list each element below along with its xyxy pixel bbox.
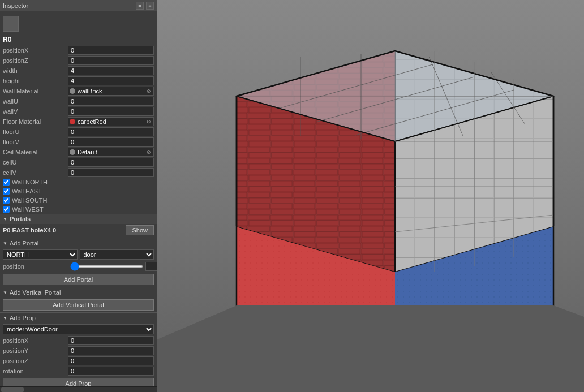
prop-height: height: [0, 76, 157, 86]
ceilU-input[interactable]: [68, 158, 154, 167]
add-prop-button[interactable]: Add Prop: [3, 378, 154, 386]
prop-wallU: wallU: [0, 96, 157, 106]
positionX-input[interactable]: [68, 46, 154, 55]
wall-east-label: Wall EAST: [12, 188, 42, 195]
floor-material-field: carpetRed ⊙: [68, 117, 154, 126]
menu-icon[interactable]: ≡: [146, 2, 154, 10]
prop-floor-material: Floor Material carpetRed ⊙: [0, 117, 157, 127]
height-input[interactable]: [68, 76, 154, 85]
floor-material-label: Floor Material: [3, 118, 68, 125]
prop-positionZ-label: positionZ: [3, 357, 68, 364]
prop-positionZ-input[interactable]: [68, 356, 154, 365]
floorV-input[interactable]: [68, 137, 154, 147]
checkbox-wall-south[interactable]: Wall SOUTH: [3, 197, 48, 204]
wall-material-label: Wall Material: [3, 88, 68, 94]
portal-name: P0 EAST holeX4 0: [3, 227, 56, 234]
ceilV-input[interactable]: [68, 168, 154, 177]
prop-positionY-input[interactable]: [68, 346, 154, 355]
prop-positionZ: positionZ: [0, 55, 157, 66]
prop-rotation-row: rotation: [0, 366, 157, 376]
room-viewport-svg: [157, 0, 584, 392]
object-name: R0: [0, 34, 157, 45]
prop-positionX-input[interactable]: [68, 336, 154, 345]
wall-material-name: wallBrick: [78, 88, 145, 94]
wall-material-select-icon[interactable]: ⊙: [145, 88, 152, 94]
height-label: height: [3, 77, 68, 84]
inspector-titlebar: Inspector ■ ≡: [0, 0, 157, 11]
prop-wall-material: Wall Material wallBrick ⊙: [0, 86, 157, 96]
portals-section-header[interactable]: ▼ Portals: [0, 214, 157, 224]
prop-floorU: floorU: [0, 127, 157, 137]
checkbox-wall-west[interactable]: Wall WEST: [3, 206, 44, 213]
floorU-input[interactable]: [68, 127, 154, 136]
lock-icon[interactable]: ■: [136, 2, 144, 10]
prop-floorV: floorV: [0, 137, 157, 147]
portal-direction-select[interactable]: NORTH SOUTH EAST WEST: [3, 249, 78, 260]
portal-position-value[interactable]: [145, 262, 157, 271]
wallU-input[interactable]: [68, 97, 154, 106]
prop-type-select[interactable]: modernWoodDoor chair table: [3, 324, 154, 334]
add-prop-triangle-icon: ▼: [3, 316, 7, 321]
wall-north-label: Wall NORTH: [12, 179, 48, 186]
width-input[interactable]: [68, 66, 154, 75]
floor-material-name: carpetRed: [78, 118, 145, 125]
add-prop-label: Add Prop: [10, 315, 36, 321]
inspector-title: Inspector: [3, 2, 28, 9]
wallV-input[interactable]: [68, 107, 154, 116]
positionZ-label: positionZ: [3, 57, 68, 64]
viewport[interactable]: [157, 0, 584, 392]
wall-west-label: Wall WEST: [12, 206, 44, 213]
prop-select-row: modernWoodDoor chair table: [0, 323, 157, 335]
add-vertical-portal-button[interactable]: Add Vertical Portal: [3, 299, 154, 311]
positionZ-input[interactable]: [68, 56, 154, 65]
prop-positionX: positionX: [0, 45, 157, 55]
ceilV-label: ceilV: [3, 169, 68, 176]
ceil-material-field: Default ⊙: [68, 148, 154, 157]
wall-east-checkbox[interactable]: [3, 188, 10, 195]
prop-positionX-row: positionX: [0, 335, 157, 346]
portal-position-slider[interactable]: [70, 265, 143, 268]
portal-type-select[interactable]: door window arch: [80, 249, 154, 260]
add-portal-header[interactable]: ▼ Add Portal: [0, 238, 157, 248]
ceil-material-dot: [70, 149, 75, 155]
portals-triangle-icon: ▼: [3, 217, 7, 222]
wall-south-checkbox[interactable]: [3, 197, 10, 204]
prop-positionZ-row: positionZ: [0, 356, 157, 366]
prop-positionY-label: positionY: [3, 347, 68, 354]
floor-material-select-icon[interactable]: ⊙: [145, 118, 152, 125]
checkbox-wall-west-row: Wall WEST: [0, 205, 157, 214]
object-icon-row: [0, 14, 157, 34]
prop-ceil-material: Ceil Material Default ⊙: [0, 147, 157, 157]
inspector-scrollbar[interactable]: [0, 386, 157, 392]
ceilU-label: ceilU: [3, 159, 68, 166]
wallV-label: wallV: [3, 108, 68, 115]
add-portal-dropdowns: NORTH SOUTH EAST WEST door window arch: [0, 248, 157, 261]
positionX-label: positionX: [3, 47, 68, 54]
add-vertical-portal-label: Add Vertical Portal: [10, 289, 61, 296]
prop-rotation-input[interactable]: [68, 367, 154, 376]
wallU-label: wallU: [3, 98, 68, 105]
floor-material-dot: [70, 119, 75, 124]
checkbox-wall-north[interactable]: Wall NORTH: [3, 179, 48, 186]
portal-position-row: position: [0, 261, 157, 272]
prop-ceilU: ceilU: [0, 157, 157, 167]
width-label: width: [3, 67, 68, 74]
checkbox-wall-east[interactable]: Wall EAST: [3, 188, 42, 195]
add-portal-button[interactable]: Add Portal: [3, 274, 154, 285]
checkbox-wall-east-row: Wall EAST: [0, 187, 157, 196]
add-prop-header[interactable]: ▼ Add Prop: [0, 313, 157, 323]
add-vertical-portal-header[interactable]: ▼ Add Vertical Portal: [0, 287, 157, 298]
wall-south-label: Wall SOUTH: [12, 197, 48, 204]
wall-north-checkbox[interactable]: [3, 179, 10, 186]
add-prop-section: ▼ Add Prop modernWoodDoor chair table po…: [0, 312, 157, 386]
scrollbar-handle[interactable]: [1, 387, 24, 392]
ground-right: [553, 305, 584, 392]
wall-west-checkbox[interactable]: [3, 206, 10, 213]
add-vertical-portal-triangle-icon: ▼: [3, 290, 7, 295]
wall-material-field: wallBrick ⊙: [68, 87, 154, 96]
show-portal-button[interactable]: Show: [126, 225, 154, 235]
add-portal-section: ▼ Add Portal NORTH SOUTH EAST WEST door …: [0, 238, 157, 285]
prop-positionY-row: positionY: [0, 346, 157, 356]
ceil-material-select-icon[interactable]: ⊙: [145, 149, 152, 156]
checkbox-wall-south-row: Wall SOUTH: [0, 196, 157, 205]
